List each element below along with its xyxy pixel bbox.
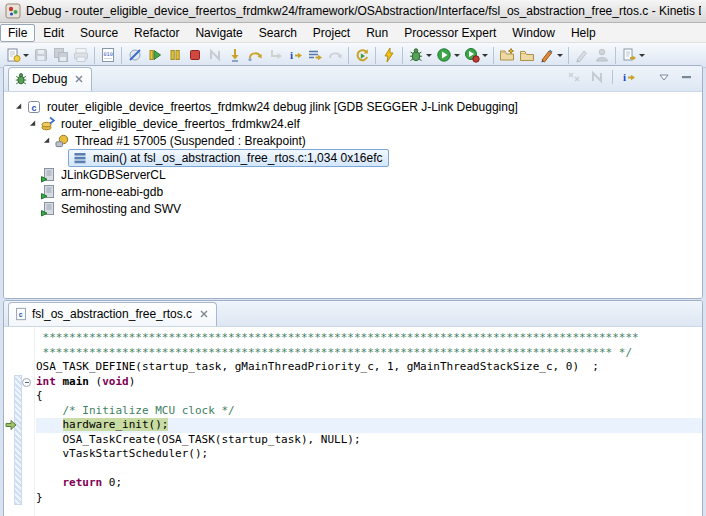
new-wizard-button[interactable] [4, 46, 30, 64]
menu-edit[interactable]: Edit [35, 24, 72, 42]
dropdown-arrow-icon[interactable] [454, 54, 460, 57]
dropdown-arrow-icon[interactable] [482, 54, 488, 57]
menu-help[interactable]: Help [563, 24, 604, 42]
menu-processor-expert[interactable]: Processor Expert [396, 24, 504, 42]
editor-tabstrip: c fsl_os_abstraction_free_rtos.c [4, 301, 702, 327]
tree-row-label: arm-none-eabi-gdb [59, 185, 165, 199]
flash-from-file-icon [381, 47, 397, 63]
code-line: OSA_TaskCreate(OSA_TASK(startup_task), N… [36, 433, 702, 448]
binary-file-button[interactable]: 010 [99, 46, 117, 64]
svg-text:c: c [32, 102, 37, 112]
reset-target-icon [354, 47, 370, 63]
menu-refactor[interactable]: Refactor [126, 24, 187, 42]
close-icon[interactable] [199, 309, 209, 319]
debug-tree[interactable]: crouter_eligible_device_freertos_frdmkw2… [4, 92, 702, 298]
code-line: ****************************************… [36, 331, 702, 346]
tree-row[interactable]: crouter_eligible_device_freertos_frdmkw2… [4, 98, 702, 115]
step-into-button[interactable] [226, 46, 244, 64]
debug-view-tabstrip: Debug i [4, 66, 702, 92]
debug-view-toolbar: i [564, 68, 697, 86]
fold-collapse-icon[interactable] [22, 378, 31, 387]
menu-file[interactable]: File [0, 24, 35, 42]
bug-icon [14, 72, 28, 86]
edit-mode-button[interactable] [573, 46, 591, 64]
expand-arrow-icon[interactable] [26, 116, 40, 131]
separator [348, 47, 349, 64]
reset-target-button[interactable] [353, 46, 371, 64]
disconnect-view-button[interactable] [588, 68, 606, 86]
view-menu-button[interactable] [655, 68, 673, 86]
dropdown-arrow-icon[interactable] [639, 54, 645, 57]
tree-row[interactable]: Semihosting and SWV [4, 200, 702, 217]
code-line: { [36, 389, 702, 404]
tree-row[interactable]: arm-none-eabi-gdb [4, 183, 702, 200]
menu-source[interactable]: Source [72, 24, 126, 42]
run-button[interactable] [435, 46, 461, 64]
terminate-button[interactable] [186, 46, 204, 64]
menu-search[interactable]: Search [251, 24, 305, 42]
expand-arrow-icon[interactable] [12, 99, 26, 114]
tree-row[interactable]: JLinkGDBServerCL [4, 166, 702, 183]
suspend-button[interactable] [166, 46, 184, 64]
menu-window[interactable]: Window [504, 24, 563, 42]
close-icon[interactable] [74, 74, 84, 84]
tree-row-label: Semihosting and SWV [59, 202, 183, 216]
tab-editor[interactable]: c fsl_os_abstraction_free_rtos.c [8, 302, 217, 326]
step-misc-button[interactable] [326, 46, 344, 64]
tab-debug-label: Debug [32, 72, 67, 86]
tree-row-label: router_eligible_device_freertos_frdmkw24… [45, 100, 520, 114]
tree-row-label: router_eligible_device_freertos_frdmkw24… [59, 117, 302, 131]
minimize-button[interactable] [678, 68, 696, 86]
menu-run[interactable]: Run [358, 24, 396, 42]
separator [94, 47, 95, 64]
resume-button[interactable] [146, 46, 164, 64]
tree-row[interactable]: Thread #1 57005 (Suspended : Breakpoint) [4, 132, 702, 149]
remove-all-terminated-button[interactable] [565, 68, 583, 86]
code-line: return 0; [36, 476, 702, 491]
last-edit-location-button[interactable] [620, 46, 646, 64]
debug-view: Debug i crouter_eligible_device_freertos… [3, 65, 703, 299]
expand-arrow-icon[interactable] [40, 133, 54, 148]
separator [612, 70, 613, 84]
dropdown-arrow-icon[interactable] [23, 54, 29, 57]
instruction-stepping-button[interactable]: i [286, 46, 304, 64]
debug-button[interactable] [407, 46, 433, 64]
marker-button[interactable] [538, 46, 564, 64]
code-line: vTaskStartScheduler(); [36, 447, 702, 462]
new-wizard-folder-button[interactable] [498, 46, 516, 64]
step-return-button[interactable] [266, 46, 284, 64]
dropdown-arrow-icon[interactable] [426, 54, 432, 57]
process-icon [40, 167, 56, 183]
save-button[interactable] [32, 46, 50, 64]
instruction-stepping-mode-button[interactable]: i [619, 68, 637, 86]
ruler-divider [34, 327, 35, 516]
separator [493, 47, 494, 64]
editor-view: c fsl_os_abstraction_free_rtos.c *******… [3, 300, 703, 516]
svg-text:c: c [19, 311, 23, 318]
skip-all-breakpoints-button[interactable] [126, 46, 144, 64]
print-button[interactable] [72, 46, 90, 64]
edit-mode-icon [574, 47, 590, 63]
tab-debug[interactable]: Debug [8, 67, 92, 91]
disconnect-button[interactable] [206, 46, 224, 64]
dropdown-arrow-icon[interactable] [557, 54, 563, 57]
resume-icon [147, 47, 163, 63]
resume-at-line-button[interactable] [306, 46, 324, 64]
binary-file-icon: 010 [100, 47, 116, 63]
selected-stack-frame[interactable]: main() at fsl_os_abstraction_free_rtos.c… [68, 149, 389, 167]
process-icon [40, 201, 56, 217]
menu-project[interactable]: Project [305, 24, 358, 42]
profile-button[interactable] [463, 46, 489, 64]
range-indicator [14, 375, 22, 506]
code-area[interactable]: ****************************************… [36, 331, 702, 505]
save-all-icon [53, 47, 69, 63]
save-all-button[interactable] [52, 46, 70, 64]
flash-from-file-button[interactable] [380, 46, 398, 64]
tree-row[interactable]: main() at fsl_os_abstraction_free_rtos.c… [4, 149, 702, 166]
step-misc-icon [327, 47, 343, 63]
step-over-button[interactable] [246, 46, 264, 64]
menu-navigate[interactable]: Navigate [187, 24, 250, 42]
tree-row[interactable]: router_eligible_device_freertos_frdmkw24… [4, 115, 702, 132]
team-contact-button[interactable] [593, 46, 611, 64]
open-folder-button[interactable] [518, 46, 536, 64]
